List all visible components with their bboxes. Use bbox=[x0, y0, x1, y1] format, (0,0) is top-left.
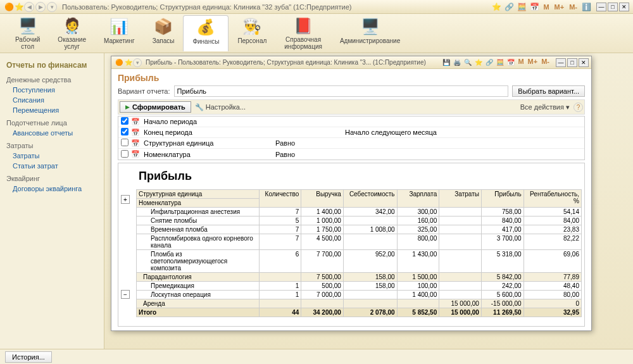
param-checkbox[interactable] bbox=[121, 150, 128, 158]
params-table: 📅Начало периода📅Конец периодаНачало след… bbox=[118, 116, 585, 160]
all-actions[interactable]: Все действия ▾ bbox=[520, 103, 570, 111]
m-btn[interactable]: M bbox=[542, 3, 550, 11]
variant-label: Вариант отчета: bbox=[118, 87, 170, 95]
link-icon[interactable]: 🔗 bbox=[504, 2, 514, 12]
nav-fwd[interactable]: ▶ bbox=[35, 2, 46, 12]
table-row[interactable]: Инфильтрационная анестезия71 400,00342,0… bbox=[137, 208, 582, 217]
toolbar-icon: 📕 bbox=[293, 16, 313, 35]
cell-name: Снятие пломбы bbox=[137, 217, 260, 225]
info-icon[interactable]: ℹ️ bbox=[581, 2, 591, 12]
cell-name: Распломбировка одного корневого канала bbox=[137, 234, 260, 250]
col-header: Выручка bbox=[301, 190, 344, 208]
inner-maximize[interactable]: □ bbox=[567, 58, 577, 67]
help-icon[interactable]: ? bbox=[573, 103, 583, 112]
toolbar-icon: 📦 bbox=[153, 16, 173, 37]
toolbar-label: Запасы bbox=[153, 37, 175, 44]
m-plus-btn[interactable]: M+ bbox=[527, 58, 539, 67]
param-row: 📅НоменклатураРавно bbox=[118, 149, 584, 160]
param-name: Конец периода bbox=[142, 129, 275, 136]
print-icon[interactable]: 🖨️ bbox=[452, 58, 461, 67]
inner-close[interactable]: ✕ bbox=[579, 58, 589, 67]
m-plus-btn[interactable]: M+ bbox=[553, 3, 566, 11]
expand-btn[interactable]: + bbox=[121, 195, 130, 204]
preview-icon[interactable]: 🔍 bbox=[463, 58, 472, 67]
sidebar-link[interactable]: Договоры эквайринга bbox=[0, 184, 104, 194]
param-row: 📅Конец периодаНачало следующего месяца bbox=[118, 127, 584, 138]
report-heading: Прибыль bbox=[139, 170, 582, 183]
calendar-icon[interactable]: 📅 bbox=[529, 2, 539, 12]
param-row: 📅Структурная единицаРавно bbox=[118, 138, 584, 149]
m-btn[interactable]: M bbox=[517, 58, 525, 67]
variant-input[interactable] bbox=[174, 85, 509, 97]
toolbar-item[interactable]: 🖥️Администрирование bbox=[331, 15, 409, 51]
table-row[interactable]: Парадантология7 500,00158,001 500,005 84… bbox=[137, 273, 582, 282]
link-icon[interactable]: 🔗 bbox=[484, 58, 494, 67]
toolbar-item[interactable]: 💰Финансы bbox=[183, 15, 229, 51]
table-row[interactable]: Пломба из светополимеризующегося компози… bbox=[137, 250, 582, 273]
toolbar-label: Персонал bbox=[237, 37, 266, 44]
minimize-btn[interactable]: — bbox=[596, 3, 606, 11]
m-minus-btn[interactable]: M- bbox=[568, 3, 579, 11]
star-icon[interactable]: ⭐ bbox=[491, 2, 501, 12]
m-minus-btn[interactable]: M- bbox=[540, 58, 551, 67]
star-icon[interactable]: ⭐ bbox=[473, 58, 483, 67]
collapse-btn[interactable]: − bbox=[121, 290, 130, 299]
table-row[interactable]: Премедикация1500,00158,00100,00242,0048,… bbox=[137, 282, 582, 291]
calc-icon[interactable]: 🧮 bbox=[517, 2, 527, 12]
close-btn[interactable]: ✕ bbox=[619, 3, 629, 11]
param-condition[interactable]: Равно bbox=[275, 151, 345, 158]
nav-down[interactable]: ▾ bbox=[133, 58, 142, 67]
report-area[interactable]: + − Прибыль Структурная единицаКоличеств… bbox=[118, 163, 585, 327]
param-icon: 📅 bbox=[131, 150, 142, 158]
param-checkbox[interactable] bbox=[121, 139, 128, 146]
param-checkbox[interactable] bbox=[121, 128, 128, 135]
inner-minimize[interactable]: — bbox=[556, 58, 566, 67]
toolbar-icon: 📊 bbox=[109, 16, 129, 37]
toolbar-item[interactable]: 🖥️Рабочийстол bbox=[6, 15, 49, 51]
param-checkbox[interactable] bbox=[121, 117, 128, 125]
toolbar-item[interactable]: 🧑‍⚕️Оказаниеуслуг bbox=[49, 15, 95, 51]
param-value[interactable]: Начало следующего месяца bbox=[345, 129, 584, 136]
toolbar-item[interactable]: 👨‍🍳Персонал bbox=[229, 15, 275, 51]
toolbar-item[interactable]: 📊Маркетинг bbox=[95, 15, 144, 51]
toolbar-item[interactable]: 📦Запасы bbox=[144, 15, 184, 51]
sidebar-link[interactable]: Затраты bbox=[0, 151, 104, 161]
param-condition[interactable]: Равно bbox=[275, 139, 345, 147]
sidebar-link[interactable]: Списания bbox=[0, 95, 104, 105]
sidebar-link[interactable]: Поступления bbox=[0, 85, 104, 95]
calendar-icon[interactable]: 📅 bbox=[506, 58, 515, 67]
report-table: Структурная единицаКоличествоВыручкаСебе… bbox=[136, 189, 582, 317]
sidebar-link[interactable]: Авансовые отчеты bbox=[0, 128, 104, 138]
sidebar-link[interactable]: Перемещения bbox=[0, 105, 104, 115]
table-row[interactable]: Лоскутная операция17 000,001 400,005 600… bbox=[137, 291, 582, 299]
toolbar-item[interactable]: 📕Справочнаяинформация bbox=[275, 15, 331, 51]
sidebar-link[interactable]: Статьи затрат bbox=[0, 161, 104, 171]
toolbar-label: Финансы bbox=[192, 38, 219, 45]
calc-icon[interactable]: 🧮 bbox=[495, 58, 505, 67]
table-row[interactable]: Аренда15 000,00-15 000,000 bbox=[137, 299, 582, 308]
history-btn[interactable]: История... bbox=[5, 351, 52, 363]
param-name: Номенклатура bbox=[142, 151, 275, 158]
fav-icon[interactable]: ⭐ bbox=[123, 58, 133, 67]
toolbar-icon: 🧑‍⚕️ bbox=[62, 16, 82, 35]
cell-name: Парадантология bbox=[137, 273, 260, 282]
main-toolbar: 🖥️Рабочийстол🧑‍⚕️Оказаниеуслуг📊Маркетинг… bbox=[0, 14, 633, 53]
cell-name: Пломба из светополимеризующегося компози… bbox=[137, 250, 260, 273]
toolbar-label: Маркетинг bbox=[104, 37, 135, 44]
cell-name: Премедикация bbox=[137, 282, 260, 291]
choose-variant-btn[interactable]: Выбрать вариант... bbox=[512, 85, 585, 97]
favorite-icon[interactable]: ⭐ bbox=[14, 2, 24, 12]
nav-down[interactable]: ▾ bbox=[47, 2, 57, 12]
nav-back[interactable]: ◀ bbox=[24, 2, 34, 12]
table-row[interactable]: Временная пломба71 750,001 008,00325,004… bbox=[137, 225, 582, 234]
sidebar-section-title: Денежные средства bbox=[0, 72, 104, 85]
settings-link[interactable]: 🔧Настройка... bbox=[195, 103, 246, 111]
col-header: Затраты bbox=[439, 190, 482, 208]
maximize-btn[interactable]: □ bbox=[608, 3, 618, 11]
save-icon[interactable]: 💾 bbox=[441, 58, 451, 67]
form-button[interactable]: ▶Сформировать bbox=[120, 101, 191, 113]
col-header: Зарплата bbox=[397, 190, 439, 208]
param-icon: 📅 bbox=[131, 129, 142, 137]
table-row[interactable]: Распломбировка одного корневого канала74… bbox=[137, 234, 582, 250]
table-row[interactable]: Снятие пломбы51 000,00160,00840,0084,00 bbox=[137, 217, 582, 225]
